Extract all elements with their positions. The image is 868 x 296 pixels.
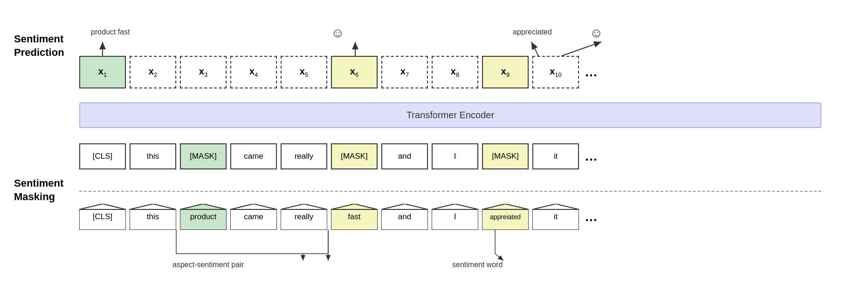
svg-marker-15 bbox=[432, 204, 478, 209]
mask-top-this: this bbox=[130, 143, 176, 169]
diagram-container: Sentiment Prediction Sentiment Masking x… bbox=[0, 0, 868, 296]
mask-bot-I: I bbox=[432, 204, 478, 230]
box-x10: x10 bbox=[532, 56, 579, 88]
transformer-encoder-block: Transformer Encoder bbox=[79, 102, 821, 128]
box-x7: x7 bbox=[381, 56, 428, 88]
separator-line bbox=[79, 191, 821, 192]
box-x5: x5 bbox=[281, 56, 327, 88]
svg-marker-3 bbox=[130, 204, 176, 209]
svg-line-25 bbox=[562, 42, 601, 56]
box-x6: x6 bbox=[331, 56, 378, 88]
mask-bot-and: and bbox=[381, 204, 428, 230]
svg-line-32 bbox=[495, 254, 503, 261]
annotation-product-fast: product fast bbox=[91, 28, 130, 36]
mask-top-I: I bbox=[432, 143, 478, 169]
box-x4: x4 bbox=[230, 56, 277, 88]
mask-top-came: came bbox=[230, 143, 277, 169]
svg-marker-1 bbox=[79, 204, 126, 209]
annotation-aspect-sentiment: aspect-sentiment pair bbox=[172, 261, 244, 269]
svg-marker-9 bbox=[281, 204, 327, 209]
mask-top-really: really bbox=[281, 143, 327, 169]
box-x1: x1 bbox=[79, 56, 126, 88]
ellipsis-top: … bbox=[585, 65, 598, 80]
svg-marker-7 bbox=[230, 204, 277, 209]
sentiment-masking-label: Sentiment Masking bbox=[14, 177, 63, 203]
smiley-x9: ☺ bbox=[590, 26, 603, 40]
transformer-encoder-label: Transformer Encoder bbox=[406, 110, 494, 121]
mask-bot-this: this bbox=[130, 204, 176, 230]
annotation-sentiment-word: sentiment word bbox=[452, 261, 503, 269]
mask-bot-product: product bbox=[180, 204, 227, 230]
mask-bot-really: really bbox=[281, 204, 327, 230]
svg-marker-11 bbox=[331, 204, 378, 209]
mask-top-mask3: [MASK] bbox=[482, 143, 529, 169]
mask-top-cls: [CLS] bbox=[79, 143, 126, 169]
svg-marker-13 bbox=[381, 204, 428, 209]
mask-top-it: it bbox=[532, 143, 579, 169]
svg-marker-5 bbox=[180, 204, 227, 209]
svg-marker-19 bbox=[532, 204, 579, 209]
svg-line-24 bbox=[531, 42, 538, 56]
box-x3: x3 bbox=[180, 56, 227, 88]
top-row-boxes: x1 x2 x3 x4 x5 x6 x7 x8 x9 bbox=[79, 56, 598, 88]
masking-row-bottom: [CLS] this product came bbox=[79, 204, 598, 230]
annotation-appreciated: appreciated bbox=[513, 28, 552, 36]
mask-top-mask1: [MASK] bbox=[180, 143, 227, 169]
mask-bot-came: came bbox=[230, 204, 277, 230]
mask-bot-cls: [CLS] bbox=[79, 204, 126, 230]
smiley-x6: ☺ bbox=[331, 26, 344, 40]
mask-bot-appreiated: appreiated bbox=[482, 204, 529, 230]
ellipsis-mid: … bbox=[585, 149, 598, 164]
masking-row-top: [CLS] this [MASK] came really [MASK] and… bbox=[79, 143, 598, 169]
box-x9: x9 bbox=[482, 56, 529, 88]
mask-top-and: and bbox=[381, 143, 428, 169]
mask-top-mask2: [MASK] bbox=[331, 143, 378, 169]
ellipsis-bot: … bbox=[585, 209, 598, 224]
box-x2: x2 bbox=[130, 56, 176, 88]
mask-bot-it: it bbox=[532, 204, 579, 230]
box-x8: x8 bbox=[432, 56, 478, 88]
sentiment-prediction-label: Sentiment Prediction bbox=[14, 33, 64, 59]
svg-marker-17 bbox=[482, 204, 529, 209]
mask-bot-fast: fast bbox=[331, 204, 378, 230]
